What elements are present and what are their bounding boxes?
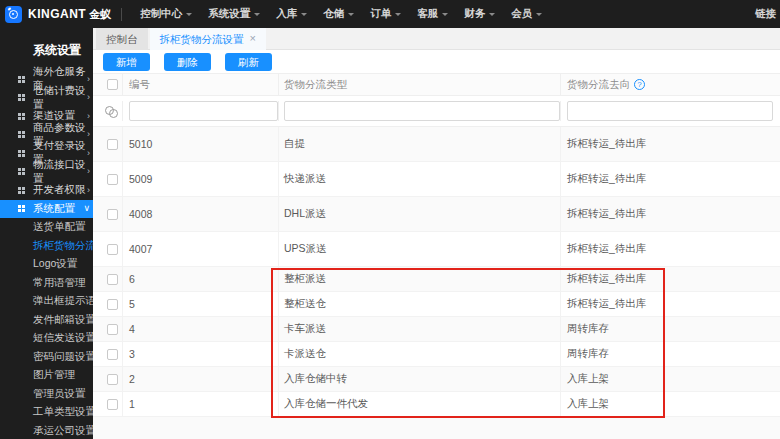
row-checkbox[interactable] — [107, 399, 118, 410]
cell-type: 卡车派送 — [278, 317, 560, 341]
chevron-down-icon — [489, 13, 495, 16]
sidebar-item-storage-billing[interactable]: 仓储计费设置› — [0, 89, 93, 108]
sidebar-subitem-common-phrases[interactable]: 常用语管理 — [0, 274, 93, 293]
add-button[interactable]: 新增 — [103, 53, 150, 71]
cell-id: 4 — [122, 317, 278, 341]
tab-bar: 控制台 拆柜货物分流设置× — [93, 28, 780, 50]
tab-console[interactable]: 控制台 — [96, 28, 148, 50]
table-row[interactable]: 1 入库仓储一件代发 入库上架 — [93, 392, 780, 417]
cell-dest: 拆柜转运_待出库 — [560, 292, 780, 316]
nav-item-inbound[interactable]: 入库 — [268, 0, 315, 28]
close-icon[interactable]: × — [250, 33, 256, 44]
sidebar-subitem-logo[interactable]: Logo设置 — [0, 255, 93, 274]
nav-item-system-settings[interactable]: 系统设置 — [200, 0, 268, 28]
nav-item-finance[interactable]: 财务 — [456, 0, 503, 28]
row-checkbox[interactable] — [107, 139, 118, 150]
chevron-right-icon: › — [87, 93, 90, 102]
cell-dest: 拆柜转运_待出库 — [560, 232, 780, 266]
filter-input-id[interactable] — [129, 101, 278, 121]
nav-item-warehouse[interactable]: 仓储 — [315, 0, 362, 28]
chevron-down-icon: ∨ — [83, 204, 90, 213]
row-checkbox[interactable] — [107, 209, 118, 220]
nav-item-orders[interactable]: 订单 — [362, 0, 409, 28]
chevron-right-icon: › — [87, 112, 90, 121]
sidebar-item-logistics-api[interactable]: 物流接口设置› — [0, 163, 93, 182]
table-row[interactable]: 6 整柜派送 拆柜转运_待出库 — [93, 267, 780, 292]
table-row[interactable]: 2 入库仓储中转 入库上架 — [93, 367, 780, 392]
table-row[interactable]: 4007 UPS派送 拆柜转运_待出库 — [93, 232, 780, 267]
column-header-type: 货物分流类型 — [278, 74, 560, 95]
delete-button[interactable]: 删除 — [164, 53, 211, 71]
chevron-right-icon: › — [87, 75, 90, 84]
grid-icon — [18, 76, 25, 83]
brand-suffix: 金蚁 — [89, 7, 111, 22]
table-header: 编号 货物分流类型 货物分流去向? — [93, 73, 780, 96]
select-all-checkbox[interactable] — [107, 79, 118, 90]
row-checkbox[interactable] — [107, 349, 118, 360]
sidebar-subitem-carriers[interactable]: 承运公司设置 — [0, 422, 93, 439]
sidebar-subitem-admins[interactable]: 管理员设置 — [0, 385, 93, 404]
chevron-right-icon: › — [87, 186, 90, 195]
table-row[interactable]: 5 整柜送仓 拆柜转运_待出库 — [93, 292, 780, 317]
top-navbar: KINGANT 金蚁 控制中心 系统设置 入库 仓储 订单 客服 财务 会员 链… — [0, 0, 780, 28]
chevron-right-icon: › — [87, 130, 90, 139]
cell-type: UPS派送 — [278, 232, 560, 266]
cell-id: 6 — [122, 267, 278, 291]
table-row[interactable]: 5009 快递派送 拆柜转运_待出库 — [93, 162, 780, 197]
grid-icon — [18, 205, 25, 212]
sidebar-subitem-sender-mailbox[interactable]: 发件邮箱设置 — [0, 311, 93, 330]
nav-item-support[interactable]: 客服 — [409, 0, 456, 28]
table-row[interactable]: 4 卡车派送 周转库存 — [93, 317, 780, 342]
sidebar-subitem-images[interactable]: 图片管理 — [0, 366, 93, 385]
column-header-id: 编号 — [122, 74, 278, 95]
row-checkbox[interactable] — [107, 374, 118, 385]
row-checkbox[interactable] — [107, 324, 118, 335]
cell-id: 3 — [122, 342, 278, 366]
sidebar-subitem-popup-tips[interactable]: 弹出框提示语管理 — [0, 292, 93, 311]
nav-item-control-center[interactable]: 控制中心 — [132, 0, 200, 28]
filter-input-dest[interactable] — [567, 101, 773, 121]
sidebar-subitem-sms[interactable]: 短信发送设置 — [0, 329, 93, 348]
cell-type: 整柜派送 — [278, 267, 560, 291]
cell-type: 快递派送 — [278, 162, 560, 196]
row-checkbox[interactable] — [107, 299, 118, 310]
sidebar-item-developer-perms[interactable]: 开发者权限› — [0, 181, 93, 200]
help-icon[interactable]: ? — [634, 79, 645, 90]
nav-link-right[interactable]: 链接 — [755, 7, 777, 21]
cell-dest: 周转库存 — [560, 317, 780, 341]
refresh-button[interactable]: 刷新 — [225, 53, 272, 71]
tab-cargo-diversion[interactable]: 拆柜货物分流设置× — [150, 28, 266, 50]
cell-id: 5009 — [122, 162, 278, 196]
sidebar-subitem-ticket-types[interactable]: 工单类型设置 — [0, 403, 93, 422]
brand-name: KINGANT — [28, 7, 86, 21]
cell-dest: 拆柜转运_待出库 — [560, 267, 780, 291]
row-checkbox[interactable] — [107, 274, 118, 285]
cell-dest: 拆柜转运_待出库 — [560, 162, 780, 196]
grid-icon — [18, 187, 25, 194]
sidebar: 系统设置 海外仓服务商› 仓储计费设置› 渠道设置› 商品参数设置› 支付登录设… — [0, 28, 93, 439]
table-row[interactable]: 5010 自提 拆柜转运_待出库 — [93, 127, 780, 162]
cell-type: DHL派送 — [278, 197, 560, 231]
main-content: 控制台 拆柜货物分流设置× 新增 删除 刷新 编号 货物分流类型 货物分流去向?… — [93, 28, 780, 439]
cell-id: 1 — [122, 392, 278, 416]
cell-id: 5 — [122, 292, 278, 316]
filter-input-type[interactable] — [284, 101, 560, 121]
sidebar-subitem-password-question[interactable]: 密码问题设置 — [0, 348, 93, 367]
cell-dest: 拆柜转运_待出库 — [560, 197, 780, 231]
chevron-down-icon — [442, 13, 448, 16]
row-checkbox[interactable] — [107, 174, 118, 185]
chevron-right-icon: › — [87, 149, 90, 158]
table-row[interactable]: 4008 DHL派送 拆柜转运_待出库 — [93, 197, 780, 232]
sidebar-subitem-delivery-note[interactable]: 送货单配置 — [0, 218, 93, 237]
link-icon[interactable] — [105, 106, 118, 117]
row-checkbox[interactable] — [107, 244, 118, 255]
sidebar-subitem-cargo-diversion[interactable]: 拆柜货物分流设置 — [0, 237, 93, 256]
sidebar-title: 系统设置 — [33, 42, 93, 59]
cell-type: 入库仓储一件代发 — [278, 392, 560, 416]
table-footer-area — [93, 417, 780, 439]
nav-item-members[interactable]: 会员 — [503, 0, 550, 28]
cell-id: 4008 — [122, 197, 278, 231]
cell-type: 自提 — [278, 127, 560, 161]
sidebar-item-system-config[interactable]: 系统配置∨ — [0, 200, 93, 219]
table-row[interactable]: 3 卡派送仓 周转库存 — [93, 342, 780, 367]
